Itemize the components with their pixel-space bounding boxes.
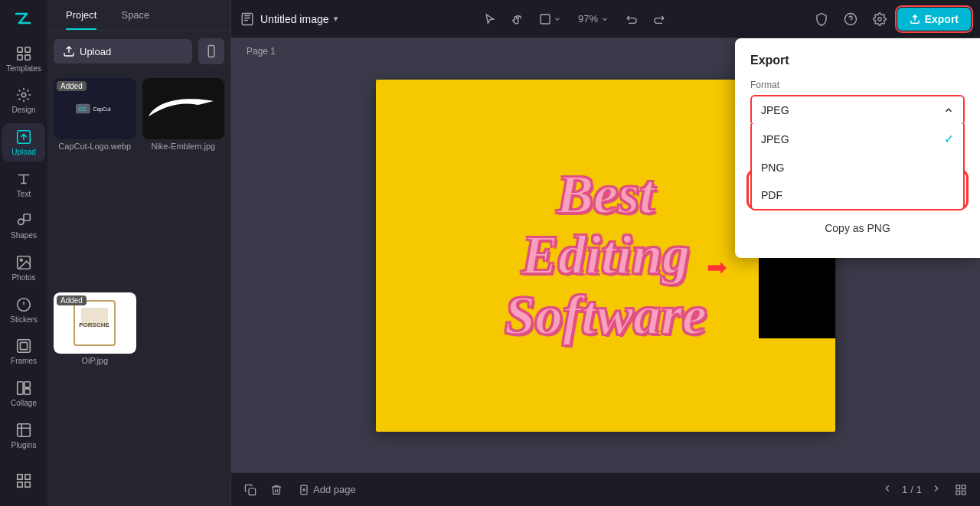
upload-btn-icon xyxy=(63,45,75,57)
svg-rect-18 xyxy=(18,482,22,486)
check-icon: ✓ xyxy=(944,132,954,146)
redo-icon xyxy=(653,13,665,25)
svg-rect-16 xyxy=(18,474,22,478)
svg-rect-20 xyxy=(208,46,214,57)
svg-rect-14 xyxy=(24,382,30,387)
topbar-center: 97% xyxy=(345,8,803,30)
chevron-down-icon xyxy=(554,15,561,23)
grid-pages-icon xyxy=(955,484,967,496)
format-option-jpeg[interactable]: JPEG ✓ xyxy=(752,124,963,154)
grid-icon xyxy=(15,45,32,62)
svg-point-30 xyxy=(844,13,856,24)
document-title[interactable]: Untitled image ▼ xyxy=(260,13,339,25)
sidebar-item-grid-bottom[interactable] xyxy=(2,461,45,500)
export-icon xyxy=(910,14,920,24)
svg-point-31 xyxy=(877,17,881,21)
add-page-icon xyxy=(299,485,309,495)
svg-rect-34 xyxy=(956,485,960,489)
grid-bottom-icon xyxy=(15,472,32,489)
trash-icon xyxy=(270,484,283,496)
svg-rect-7 xyxy=(24,214,30,220)
svg-rect-0 xyxy=(18,47,22,51)
frame-tool-button[interactable] xyxy=(534,8,566,30)
format-label: Format xyxy=(750,80,965,90)
svg-point-4 xyxy=(21,93,26,98)
canvas-text: BestEditingSoftware xyxy=(505,165,707,347)
svg-text:CapCut: CapCut xyxy=(93,106,110,113)
shapes-icon xyxy=(15,212,32,229)
svg-rect-3 xyxy=(25,54,30,59)
shield-button[interactable] xyxy=(810,8,833,31)
add-page-button[interactable]: Add page xyxy=(292,480,362,499)
sidebar-item-upload[interactable]: Upload xyxy=(2,123,45,162)
text-icon xyxy=(15,171,32,188)
svg-point-6 xyxy=(18,220,24,225)
tab-project[interactable]: Project xyxy=(54,0,109,30)
copy-png-button[interactable]: Copy as PNG xyxy=(750,214,965,243)
undo-icon xyxy=(626,13,638,25)
copy-button[interactable] xyxy=(240,480,260,500)
sidebar-item-design[interactable]: Design xyxy=(2,81,45,120)
export-button[interactable]: Export xyxy=(897,8,971,31)
added-badge: Added xyxy=(57,295,87,305)
sidebar-item-text[interactable]: Text xyxy=(2,165,45,204)
settings-button[interactable] xyxy=(868,8,891,31)
hand-icon xyxy=(511,13,524,25)
format-chevron-up-icon xyxy=(943,105,954,116)
format-option-png[interactable]: PNG xyxy=(752,154,963,181)
redo-button[interactable] xyxy=(648,8,670,30)
format-option-pdf[interactable]: PDF xyxy=(752,181,963,209)
svg-rect-2 xyxy=(18,54,22,59)
photo-icon xyxy=(15,254,32,271)
select-tool-button[interactable] xyxy=(479,8,501,30)
svg-rect-32 xyxy=(249,488,256,495)
arrow-indicator: ➡ xyxy=(707,253,727,282)
expand-pages-button[interactable] xyxy=(951,480,971,500)
sidebar-item-stickers[interactable]: Stickers xyxy=(2,290,45,329)
cursor-icon xyxy=(484,13,496,25)
page-indicator: 1 / 1 xyxy=(902,484,922,495)
list-item[interactable]: Nike-Emblem.jpg xyxy=(142,78,225,286)
format-dropdown-container: JPEG JPEG ✓ PNG PDF xyxy=(750,95,965,126)
upload-button[interactable]: Upload xyxy=(54,39,192,64)
prev-page-button[interactable] xyxy=(879,480,896,499)
sidebar-item-plugins[interactable]: Plugins xyxy=(2,416,45,455)
format-dropdown-button[interactable]: JPEG xyxy=(752,96,963,124)
help-button[interactable] xyxy=(839,8,862,31)
delete-button[interactable] xyxy=(266,480,286,500)
copy-icon xyxy=(244,484,256,496)
svg-rect-12 xyxy=(20,343,27,350)
sidebar-item-shapes[interactable]: Shapes xyxy=(2,207,45,246)
sidebar-item-collage[interactable]: Collage xyxy=(2,374,45,413)
list-item[interactable]: PORSCHE Added OiP.jpg xyxy=(54,292,136,501)
plugin-icon xyxy=(15,422,32,439)
upload-row: Upload xyxy=(47,31,230,72)
panel: Project Space Upload CC CapCu xyxy=(47,0,231,506)
undo-button[interactable] xyxy=(621,8,642,30)
panel-grid: CC CapCut Added CapCut-Logo.webp Nike-Em… xyxy=(47,72,230,506)
svg-rect-13 xyxy=(18,382,23,395)
format-options-list: JPEG ✓ PNG PDF xyxy=(750,124,965,211)
svg-rect-37 xyxy=(962,491,965,495)
sticker-icon xyxy=(15,296,32,313)
help-icon xyxy=(844,12,858,26)
frame-tool-icon xyxy=(539,13,551,25)
page-label: Page 1 xyxy=(247,46,276,57)
next-page-button[interactable] xyxy=(928,480,945,499)
tab-space[interactable]: Space xyxy=(109,0,162,30)
svg-rect-19 xyxy=(25,482,30,486)
svg-rect-15 xyxy=(24,389,30,394)
sidebar-item-frames[interactable]: Frames xyxy=(2,332,45,371)
pan-tool-button[interactable] xyxy=(507,8,528,30)
list-item[interactable]: CC CapCut Added CapCut-Logo.webp xyxy=(54,78,136,286)
bottombar-right: 1 / 1 xyxy=(879,480,971,500)
mobile-view-button[interactable] xyxy=(198,38,224,64)
sidebar-item-photos[interactable]: Photos xyxy=(2,249,45,288)
svg-rect-1 xyxy=(25,47,30,51)
svg-rect-29 xyxy=(541,15,550,24)
paint-icon xyxy=(15,87,32,103)
main-area: Untitled image ▼ xyxy=(231,0,980,506)
topbar: Untitled image ▼ xyxy=(231,0,980,38)
zoom-control[interactable]: 97% xyxy=(572,10,615,28)
sidebar-item-templates[interactable]: Templates xyxy=(2,39,45,78)
